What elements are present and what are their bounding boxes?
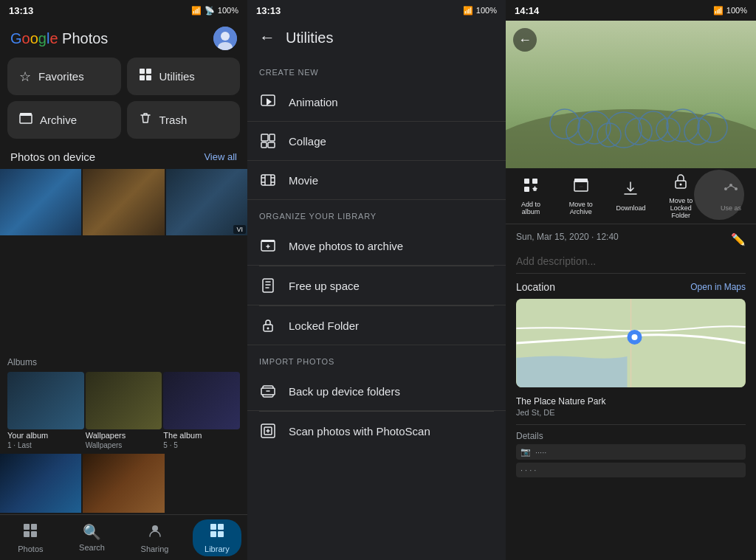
svg-rect-6: [146, 75, 151, 80]
backup-device-item[interactable]: Back up device folders: [247, 372, 506, 411]
details-label: Details: [516, 431, 746, 441]
photo-main-image: ←: [506, 21, 756, 168]
svg-rect-53: [532, 179, 537, 184]
move-to-archive-action[interactable]: Move toArchive: [561, 176, 601, 215]
right-battery-icon: 100%: [726, 6, 747, 15]
quick-item-trash[interactable]: Trash: [127, 101, 241, 139]
avatar[interactable]: [213, 27, 237, 50]
album-item-2[interactable]: Wallpapers Wallpapers: [86, 372, 162, 449]
photos-on-device-header: Photos on device View all: [0, 146, 247, 169]
star-icon: ☆: [19, 69, 31, 85]
animation-icon: [259, 93, 277, 111]
use-as-action[interactable]: Use as: [711, 180, 751, 212]
album-count-2: Wallpapers: [86, 441, 162, 449]
right-panel: 14:14 📶 100%: [506, 0, 756, 560]
animation-label: Animation: [289, 96, 338, 108]
free-up-space-item[interactable]: Free up space: [247, 266, 506, 305]
svg-rect-22: [261, 142, 267, 148]
photo-thumb-2[interactable]: [83, 169, 164, 235]
middle-header: ← Utilities: [247, 21, 506, 56]
utilities-icon: [139, 68, 152, 85]
album-section-label: Albums: [7, 356, 240, 372]
svg-point-35: [267, 328, 269, 330]
quick-item-utilities[interactable]: Utilities: [127, 58, 241, 95]
svg-point-13: [152, 525, 158, 531]
back-button[interactable]: ←: [259, 28, 275, 47]
view-all-button[interactable]: View all: [204, 151, 237, 162]
right-status-icons: 📶 100%: [713, 6, 747, 15]
add-to-album-action[interactable]: Add toalbum: [511, 176, 551, 215]
svg-rect-57: [574, 179, 588, 182]
download-action[interactable]: Download: [611, 180, 650, 212]
photo-back-button[interactable]: ←: [513, 28, 537, 52]
import-photos-label: Import Photos: [247, 345, 506, 372]
nav-library[interactable]: Library: [193, 519, 241, 556]
left-status-icons: 📶 📡 100%: [191, 6, 238, 15]
middle-battery-icon: 100%: [476, 6, 497, 15]
movie-item[interactable]: Movie: [247, 161, 506, 200]
photo-thumb-3[interactable]: VI: [166, 169, 247, 235]
quick-item-favorites[interactable]: ☆ Favorites: [7, 58, 121, 95]
collage-icon: [259, 132, 277, 150]
locked-folder-icon: [259, 317, 277, 334]
left-status-bar: 13:13 📶 📡 100%: [0, 0, 247, 21]
detail-value-2: · · · ·: [516, 463, 746, 477]
album-thumb-1: [7, 372, 84, 429]
movie-label: Movie: [289, 174, 318, 187]
svg-rect-56: [574, 181, 588, 191]
collage-item[interactable]: Collage: [247, 122, 506, 161]
nav-search[interactable]: 🔍 Search: [67, 520, 117, 555]
details-section: Details 📷 ····· · · · ·: [516, 424, 746, 477]
scan-photos-item[interactable]: Scan photos with PhotoScan: [247, 412, 506, 450]
place-address: Jed St, DE: [516, 408, 746, 417]
animation-item[interactable]: Animation: [247, 83, 506, 122]
google-photos-logo: Google Photos: [10, 30, 108, 47]
bottom-nav: Photos 🔍 Search Sharing Library: [0, 514, 247, 560]
open-in-maps-button[interactable]: Open in Maps: [690, 282, 746, 292]
svg-rect-52: [524, 179, 529, 184]
photo-thumb-8[interactable]: [83, 454, 164, 513]
location-section-title: Location Open in Maps: [516, 281, 746, 293]
svg-rect-20: [261, 134, 268, 141]
download-icon: [622, 180, 639, 201]
album-thumb-2: [86, 372, 162, 429]
logo-e: e: [49, 30, 58, 47]
description-field[interactable]: Add description...: [516, 249, 746, 274]
logo-g2: g: [38, 30, 47, 47]
move-photos-item[interactable]: Move photos to archive: [247, 227, 506, 266]
map-thumbnail[interactable]: [516, 299, 746, 387]
trash-icon: [139, 111, 152, 128]
add-to-album-icon: [522, 176, 540, 198]
photos-grid: VI: [0, 169, 247, 350]
free-up-space-icon: [259, 277, 277, 294]
trash-label: Trash: [159, 114, 188, 126]
photo-thumb-7[interactable]: [0, 454, 81, 513]
album-item-1[interactable]: Your album 1 · Last: [7, 372, 84, 449]
locked-folder-label: Locked Folder: [289, 319, 359, 332]
scan-photos-icon: [259, 422, 277, 440]
sharing-nav-icon: [147, 522, 163, 542]
locked-folder-item[interactable]: Locked Folder: [247, 306, 506, 345]
logo-photos-text: Photos: [62, 30, 108, 47]
album-item-3[interactable]: The album 5 · 5: [163, 372, 240, 449]
middle-wifi-icon: 📶: [463, 6, 473, 15]
action-bar: Add toalbum Move toArchive Download Move…: [506, 168, 756, 224]
nav-sharing[interactable]: Sharing: [129, 519, 181, 556]
description-placeholder: Add description...: [516, 255, 596, 267]
logo-g: G: [10, 30, 22, 47]
middle-status-icons: 📶 100%: [463, 6, 497, 15]
library-nav-icon: [209, 522, 225, 542]
use-as-label: Use as: [721, 204, 741, 212]
svg-rect-4: [146, 69, 151, 74]
signal-icon: 📡: [205, 6, 215, 15]
photo-thumb-1[interactable]: [0, 169, 81, 235]
quick-item-archive[interactable]: Archive: [7, 101, 121, 139]
album-section: Albums Your album 1 · Last Wallpapers Wa…: [0, 350, 247, 452]
middle-status-bar: 13:13 📶 100%: [247, 0, 506, 21]
album-count-3: 5 · 5: [163, 441, 240, 449]
edit-date-icon[interactable]: ✏️: [731, 232, 746, 246]
nav-photos[interactable]: Photos: [6, 519, 55, 556]
svg-point-59: [680, 184, 682, 186]
move-to-locked-action[interactable]: Move toLockedFolder: [661, 173, 701, 219]
photos-row-2: [0, 452, 247, 514]
